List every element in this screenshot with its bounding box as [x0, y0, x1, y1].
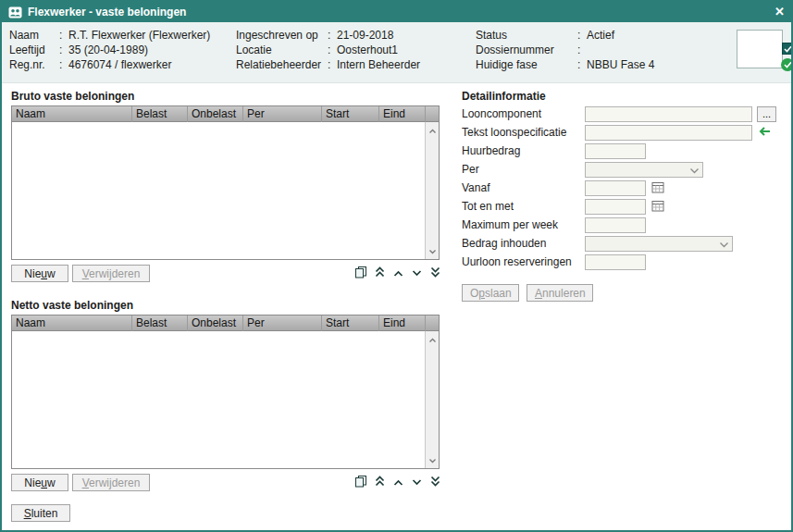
looncomponent-label: Looncomponent: [462, 106, 541, 122]
column-header-start[interactable]: Start: [322, 315, 379, 331]
annuleren-button[interactable]: Annuleren: [527, 284, 593, 302]
close-icon[interactable]: ✕: [774, 2, 785, 22]
info-leeftijd: Leeftijd:35 (20-04-1989): [9, 43, 210, 57]
info-value: 35 (20-04-1989): [68, 43, 148, 57]
detail-section-title: Detailinformatie: [462, 90, 546, 103]
looncomponent-input[interactable]: [585, 106, 752, 122]
vanaf-label: Vanaf: [462, 180, 489, 196]
bruto-vertical-scrollbar[interactable]: [425, 122, 439, 259]
uurloon-reserveringen-label: Uurloon reserveringen: [462, 254, 572, 270]
column-header-filler: [426, 106, 439, 122]
chevron-double-down-icon: [429, 266, 441, 280]
move-up-button-netto[interactable]: [390, 474, 406, 490]
bruto-table: Naam Belast Onbelast Per Start Eind: [11, 105, 440, 260]
bedrag-inhouden-label: Bedrag inhouden: [462, 236, 546, 252]
maximum-per-week-label: Maximum per week: [462, 217, 558, 233]
netto-table: Naam Belast Onbelast Per Start Eind: [11, 315, 440, 469]
per-select[interactable]: [585, 162, 703, 178]
column-header-belast[interactable]: Belast: [132, 106, 188, 122]
bruto-table-body[interactable]: [12, 122, 425, 259]
sluiten-button[interactable]: Sluiten: [11, 504, 70, 522]
column-header-onbelast[interactable]: Onbelast: [188, 106, 243, 122]
nieuw-button-netto[interactable]: Nieuw: [11, 474, 68, 491]
column-header-naam[interactable]: Naam: [12, 106, 132, 122]
opslaan-button[interactable]: Opslaan: [462, 284, 519, 302]
move-top-button-bruto[interactable]: [371, 265, 388, 281]
info-label: Relatiebeheerder: [236, 57, 328, 72]
take-over-text-button[interactable]: [755, 125, 772, 141]
verwijderen-button-netto[interactable]: Verwijderen: [72, 474, 150, 491]
titlebar: Flexwerker - vaste beloningen ✕: [2, 2, 791, 22]
info-label: Status: [476, 28, 577, 43]
info-dossiernummer: Dossiernummer:: [476, 43, 654, 57]
scroll-down-icon[interactable]: [428, 244, 437, 257]
column-header-onbelast[interactable]: Onbelast: [188, 315, 243, 331]
move-down-button-netto[interactable]: [408, 474, 425, 490]
chevron-down-icon: [719, 238, 729, 251]
move-down-button-bruto[interactable]: [408, 265, 425, 281]
netto-section-title: Netto vaste beloningen: [11, 299, 133, 312]
vanaf-input[interactable]: [585, 180, 646, 196]
scroll-up-icon[interactable]: [428, 124, 437, 137]
move-bottom-button-bruto[interactable]: [427, 265, 443, 281]
maximum-per-week-input[interactable]: [585, 217, 646, 233]
window-title: Flexwerker - vaste beloningen: [28, 6, 769, 19]
move-bottom-button-netto[interactable]: [427, 474, 443, 490]
netto-table-body[interactable]: [12, 331, 425, 468]
tot-en-met-calendar-button[interactable]: [650, 199, 666, 215]
photo-side-controls: [781, 43, 793, 71]
arrow-left-icon: [757, 126, 771, 140]
copy-button-bruto[interactable]: [353, 265, 369, 281]
per-label: Per: [462, 162, 479, 178]
vanaf-calendar-button[interactable]: [650, 180, 666, 196]
bedrag-inhouden-select[interactable]: [585, 236, 733, 252]
verwijderen-button-bruto[interactable]: Verwijderen: [72, 265, 150, 282]
calendar-icon: [651, 200, 664, 215]
photo-checkbox[interactable]: [782, 43, 793, 55]
column-header-per[interactable]: Per: [243, 106, 322, 122]
info-label: Locatie: [236, 43, 328, 57]
column-header-eind[interactable]: Eind: [379, 106, 426, 122]
info-separator: :: [59, 57, 68, 72]
chevron-double-up-icon: [374, 476, 386, 489]
flexwerker-window-icon: [8, 6, 22, 19]
netto-vertical-scrollbar[interactable]: [425, 331, 439, 468]
looncomponent-browse-button[interactable]: ...: [757, 106, 776, 122]
photo-placeholder[interactable]: [737, 30, 783, 68]
info-label: Leeftijd: [9, 43, 59, 57]
scroll-up-icon[interactable]: [428, 333, 437, 346]
info-value: Intern Beheerder: [337, 57, 420, 72]
tot-en-met-input[interactable]: [585, 199, 646, 215]
info-separator: :: [328, 43, 337, 57]
info-ingeschreven-op: Ingeschreven op:21-09-2018: [236, 28, 420, 43]
netto-row-tools: [353, 474, 443, 490]
column-header-start[interactable]: Start: [322, 106, 379, 122]
move-top-button-netto[interactable]: [371, 474, 388, 490]
info-label: Naam: [9, 28, 59, 43]
huurbedrag-label: Huurbedrag: [462, 143, 520, 159]
copy-icon: [354, 475, 367, 490]
column-header-per[interactable]: Per: [243, 315, 322, 331]
info-separator: :: [59, 43, 68, 57]
info-separator: :: [577, 28, 587, 43]
copy-icon: [354, 266, 367, 281]
column-header-naam[interactable]: Naam: [12, 315, 132, 331]
scroll-down-icon[interactable]: [428, 453, 437, 466]
column-header-belast[interactable]: Belast: [132, 315, 188, 331]
info-column-1: Naam:R.T. Flexwerker (Flexwerker) Leefti…: [9, 28, 210, 72]
calendar-icon: [651, 181, 664, 196]
info-label: Dossiernummer: [476, 43, 577, 57]
info-separator: :: [59, 28, 68, 43]
move-up-button-bruto[interactable]: [390, 265, 406, 281]
info-separator: :: [577, 43, 587, 57]
info-value: R.T. Flexwerker (Flexwerker): [68, 28, 210, 43]
column-header-eind[interactable]: Eind: [379, 315, 426, 331]
huurbedrag-input[interactable]: [585, 143, 646, 159]
info-label: Reg.nr.: [9, 57, 59, 72]
nieuw-button-bruto[interactable]: Nieuw: [11, 265, 68, 282]
tekst-loonspecificatie-input[interactable]: [585, 125, 752, 141]
info-value: NBBU Fase 4: [587, 57, 654, 72]
uurloon-reserveringen-input[interactable]: [585, 254, 646, 270]
copy-button-netto[interactable]: [353, 474, 369, 490]
chevron-up-icon: [392, 476, 404, 489]
